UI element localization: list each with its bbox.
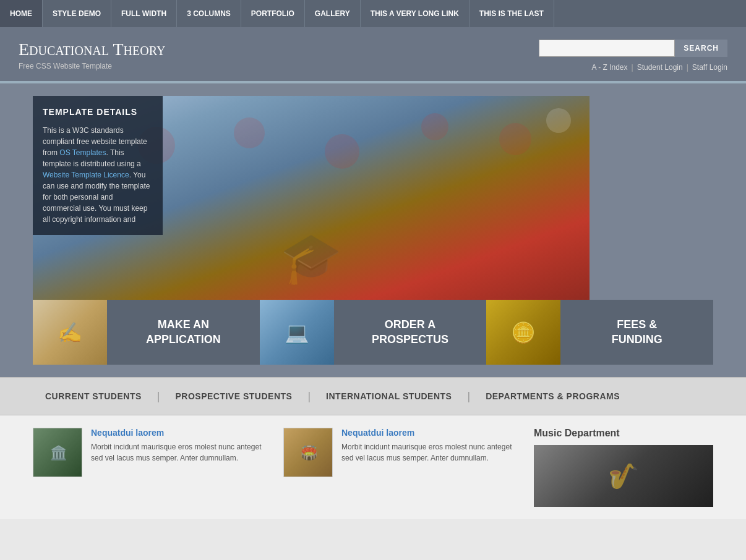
main-nav: HOME STYLE DEMO FULL WIDTH 3 COLUMNS POR… <box>0 0 746 27</box>
action-section: ✍️ MAKE ANAPPLICATION 💻 ORDER APROSPECTU… <box>0 300 746 377</box>
student-nav-divider-2: | <box>304 390 314 403</box>
svg-point-1 <box>234 117 265 148</box>
article-2-body: Morbit incidunt maurisque eros molest nu… <box>341 441 521 464</box>
article-1-title[interactable]: Nequatdui laorem <box>91 428 271 438</box>
article-2-text: Nequatdui laorem Morbit incidunt maurisq… <box>341 428 521 507</box>
action-label-application: MAKE ANAPPLICATION <box>107 300 260 365</box>
arch-image: 🏟️ <box>284 428 333 477</box>
svg-point-3 <box>421 113 448 140</box>
nav-last[interactable]: THIS IS THE LAST <box>469 0 554 27</box>
search-button[interactable]: SEARCH <box>675 40 727 57</box>
music-sidebar: Music Department 🎷 <box>534 428 713 507</box>
search-input[interactable] <box>539 40 675 57</box>
svg-point-4 <box>499 123 531 155</box>
az-index-link[interactable]: A - Z Index <box>591 63 627 72</box>
action-label-prospectus: ORDER APROSPECTUS <box>334 300 487 365</box>
overlay-body: This is a W3C standards compliant free w… <box>43 125 153 225</box>
nav-full-width[interactable]: FULL WIDTH <box>111 0 177 27</box>
site-subtitle: Free CSS Website Template <box>19 62 165 70</box>
hero-section: TEMPLATE DETAILS This is a W3C standards… <box>0 83 746 300</box>
laptop-image: 💻 <box>260 300 334 365</box>
site-header: Educational Theory Free CSS Website Temp… <box>0 27 746 81</box>
campus-image: 🏛️ <box>33 428 82 477</box>
nav-3-columns[interactable]: 3 COLUMNS <box>177 0 241 27</box>
nav-long-link[interactable]: THIS A VERY LONG LINK <box>361 0 469 27</box>
action-blocks: ✍️ MAKE ANAPPLICATION 💻 ORDER APROSPECTU… <box>33 300 713 365</box>
content-inner: 🏛️ Nequatdui laorem Morbit incidunt maur… <box>33 428 713 507</box>
action-label-fees: FEES &FUNDING <box>560 300 713 365</box>
student-nav: CURRENT STUDENTS | PROSPECTIVE STUDENTS … <box>0 377 746 415</box>
action-fees[interactable]: 🪙 FEES &FUNDING <box>486 300 713 365</box>
article-1-text: Nequatdui laorem Morbit incidunt maurisq… <box>91 428 271 507</box>
link-divider-2: | <box>687 63 688 72</box>
action-prospectus[interactable]: 💻 ORDER APROSPECTUS <box>260 300 487 365</box>
international-students-link[interactable]: INTERNATIONAL STUDENTS <box>314 391 464 401</box>
coin-image: 🪙 <box>486 300 560 365</box>
student-nav-divider-1: | <box>154 390 163 403</box>
article-2-title[interactable]: Nequatdui laorem <box>341 428 521 438</box>
content-article-1: 🏛️ Nequatdui laorem Morbit incidunt maur… <box>33 428 271 507</box>
header-branding: Educational Theory Free CSS Website Temp… <box>19 40 165 70</box>
licence-link[interactable]: Website Template Licence <box>43 171 129 179</box>
svg-point-2 <box>325 134 359 169</box>
header-right: SEARCH A - Z Index | Student Login | Sta… <box>539 40 727 72</box>
action-thumb-writing: ✍️ <box>33 300 107 365</box>
nav-gallery[interactable]: GALLERY <box>305 0 361 27</box>
site-title: Educational Theory <box>19 40 165 59</box>
departments-link[interactable]: DEPARTMENTS & PROGRAMS <box>473 391 632 401</box>
hero-inner: TEMPLATE DETAILS This is a W3C standards… <box>33 96 713 300</box>
action-application[interactable]: ✍️ MAKE ANAPPLICATION <box>33 300 260 365</box>
content-section: 🏛️ Nequatdui laorem Morbit incidunt maur… <box>0 415 746 519</box>
student-nav-divider-3: | <box>464 390 473 403</box>
header-links: A - Z Index | Student Login | Staff Logi… <box>591 63 727 72</box>
music-dept-title: Music Department <box>534 428 713 439</box>
search-bar: SEARCH <box>539 40 727 57</box>
prospective-students-link[interactable]: PROSPECTIVE STUDENTS <box>163 391 304 401</box>
current-students-link[interactable]: CURRENT STUDENTS <box>33 391 154 401</box>
svg-point-5 <box>546 108 571 133</box>
os-templates-link[interactable]: OS Templates <box>59 148 106 157</box>
overlay-heading: TEMPLATE DETAILS <box>43 106 153 119</box>
action-thumb-coin: 🪙 <box>486 300 560 365</box>
article-1-thumb: 🏛️ <box>33 428 82 477</box>
staff-login-link[interactable]: Staff Login <box>692 63 727 72</box>
nav-home[interactable]: HOME <box>0 0 43 27</box>
article-1-body: Morbit incidunt maurisque eros molest nu… <box>91 441 271 464</box>
writing-image: ✍️ <box>33 300 107 365</box>
article-2-thumb: 🏟️ <box>283 428 333 477</box>
student-nav-inner: CURRENT STUDENTS | PROSPECTIVE STUDENTS … <box>33 378 713 415</box>
student-login-link[interactable]: Student Login <box>637 63 683 72</box>
action-thumb-laptop: 💻 <box>260 300 334 365</box>
music-image: 🎷 <box>534 445 713 507</box>
nav-portfolio[interactable]: PORTFOLIO <box>241 0 305 27</box>
content-article-2: 🏟️ Nequatdui laorem Morbit incidunt maur… <box>283 428 521 507</box>
nav-style-demo[interactable]: STYLE DEMO <box>43 0 111 27</box>
link-divider-1: | <box>632 63 633 72</box>
hero-overlay: TEMPLATE DETAILS This is a W3C standards… <box>33 96 163 235</box>
